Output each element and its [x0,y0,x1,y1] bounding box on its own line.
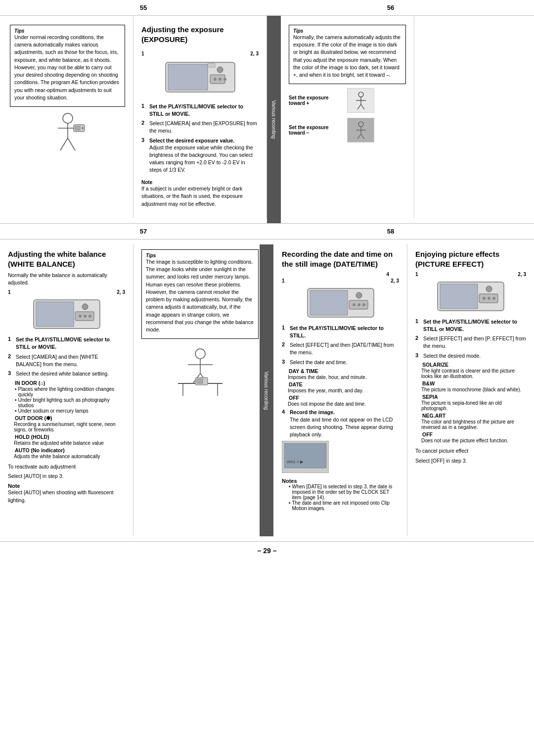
pe-title: Enjoying picture effects (PICTURE EFFECT… [415,249,526,269]
svg-point-13 [219,78,222,81]
svg-point-14 [223,78,226,81]
svg-point-10 [217,67,223,73]
svg-point-16 [358,92,363,97]
step-text-2: Select [CAMERA] and then [EXPOSURE] from… [149,120,259,134]
svg-line-20 [361,104,364,109]
pe-off-head: OFF [422,431,526,437]
auto-head: AUTO (No indicator) [15,447,125,453]
svg-rect-42 [197,379,203,383]
page-num-57: 57 [140,228,147,235]
date-time-title: Recording the date and time on the still… [282,249,399,269]
step-text-3: Select the desired exposure value. Adjus… [149,137,259,173]
wb-reactivate: To reactivate auto adjustment Select [AU… [8,463,125,480]
page-bottom-text: – 29 – [258,547,277,555]
camera-svg [161,57,240,97]
svg-point-33 [195,349,205,359]
top-middle-exposure-section: Adjusting the exposure (EXPOSURE) 1 2, 3 [134,16,267,218]
picture-effect-section: Enjoying picture effects (PICTURE EFFECT… [407,244,534,536]
white-balance-intro: Normally the white balance is automatica… [8,272,125,286]
pe-camera-diagram: 1 2, 3 [415,272,526,315]
page-num-56: 56 [387,4,394,11]
svg-point-12 [214,78,217,81]
svg-point-45 [356,292,362,298]
wb-step-1: 1 Set the PLAY/STILL/MOVIE selector to S… [8,336,125,350]
tips-box-top-right: Tips Normally, the camera automatically … [289,25,406,84]
to-cancel: To cancel picture effect [415,447,526,455]
wb-diagram-numbers: 1 2, 3 [8,289,125,295]
dt-notes-title: Notes [282,478,297,484]
pe-camera-svg [434,278,508,315]
dt-note-2: •The date and time are not imposed onto … [289,500,399,511]
page: 55 56 Tips Under normal recording condit… [0,0,534,756]
solarize-head: SOLARIZE [422,362,526,368]
hold-head: HOLD (HOLD) [15,434,125,440]
day-time-head: DAY & TIME [289,368,399,374]
wb-steps: 1 Set the PLAY/STILL/MOVIE selector to S… [8,336,125,377]
dt-note-1: •When [DATE] is selected in step 3, the … [289,484,399,500]
wb-tips-box: Tips The image is susceptible to lightin… [141,249,259,339]
date-body: Imposes the year, month, and day. [288,388,399,393]
dt-step-1: 1 Set the PLAY/STILL/MOVIE selector to S… [282,325,399,339]
pe-cancel: To cancel picture effect Select [OFF] in… [415,447,526,464]
svg-point-55 [486,286,492,292]
exposure-camera-diagram: 1 2, 3 [141,50,259,97]
wb-step-text-1: Set the PLAY/STILL/MOVIE selector to STI… [16,336,125,350]
svg-rect-44 [310,290,348,315]
dt-step-4: 4 Record the image. The date and time do… [282,409,399,438]
wb-sub-items: IN DOOR (⌂) •Places where the lighting c… [8,380,125,459]
dt-step-2: 2 Select [EFFECT] and then [DATE/TIME] f… [282,341,399,356]
pe-modes: SOLARIZE The light contrast is clearer a… [415,362,526,443]
exposure-row-1: Set the exposure toward + [289,88,406,113]
svg-point-21 [358,122,363,127]
pe-off-body: Does not use the picture effect function… [421,438,526,443]
dt-sub-modes: DAY & TIME Imposes the date, hour, and m… [282,368,399,407]
tips-body-right: Normally, the camera automatically adjus… [293,34,401,79]
tips-body: Under normal recording conditions, the c… [14,34,121,101]
step-num-3: 3 [141,137,147,173]
svg-line-4 [68,138,75,150]
svg-line-3 [60,138,68,150]
day-time-body: Imposes the date, hour, and minute. [288,375,399,380]
bw-body: The picture is monochrome (black and whi… [421,387,526,392]
step-2: 2 Select [CAMERA] and then [EXPOSURE] fr… [141,120,259,134]
note-box: Note If a subject is under extremely bri… [141,180,259,210]
reactivate-text: To reactivate auto adjustment [8,463,125,471]
outdoor-body: Recording a sunrise/sunset, night scene,… [14,422,125,432]
dt-step-text-2: Select [EFFECT] and then [DATE/TIME] fro… [290,341,399,356]
wb-step-2: 2 Select [CAMERA] and then [WHITE BALANC… [8,353,125,368]
diag-num-left: 1 [141,51,144,56]
tips-box-top-left: Tips Under normal recording conditions, … [10,25,125,107]
white-balance-section: Adjusting the white balance (WHITE BALAN… [0,244,134,536]
indoor-bullet-3: •Under sodium or mercury lamps [15,408,125,414]
step-num-1: 1 [141,103,147,117]
svg-rect-51 [284,443,326,468]
exposure-section-title: Adjusting the exposure (EXPOSURE) [141,25,259,44]
step-1: 1 Set the PLAY/STILL/MOVIE selector to S… [141,103,259,117]
diag-num-right: 2, 3 [250,51,259,56]
top-far-right-empty [414,16,534,218]
tips-title: Tips [14,28,121,34]
svg-rect-27 [36,302,74,327]
wb-tips-body: The image is susceptible to lighting con… [146,258,254,333]
date-head: DATE [289,381,399,387]
wb-tips-title: Tips [146,253,254,258]
svg-point-48 [357,303,360,306]
vertical-label-text: Various recording [271,100,277,139]
dt-step-3: 3 Select the date and time. [282,359,399,366]
svg-point-57 [483,297,486,300]
pe-step-text-2: Select [EFFECT] and then [P. EFFECT] fro… [423,335,526,349]
select-off: Select [OFF] in step 3. [415,457,526,465]
svg-point-31 [84,315,87,318]
indoor-bullet-2: •Under bright lighting such as photograp… [15,397,125,408]
tips-title-right: Tips [293,28,401,34]
white-balance-title: Adjusting the white balance (WHITE BALAN… [8,249,125,269]
wb-note-title: Note [8,483,20,489]
sepia-body: The picture is sepia-toned like an old p… [421,400,526,411]
svg-rect-6 [75,126,80,130]
auto-body: Adjusts the white balance automatically [14,454,125,459]
dt-step-text-4: Record the image. The date and time do n… [290,409,399,438]
wb-illustration [141,344,259,398]
note-title: Note [141,180,259,185]
wb-camera-svg [30,296,104,333]
pe-step-3: 3 Select the desired mode. [415,352,526,360]
